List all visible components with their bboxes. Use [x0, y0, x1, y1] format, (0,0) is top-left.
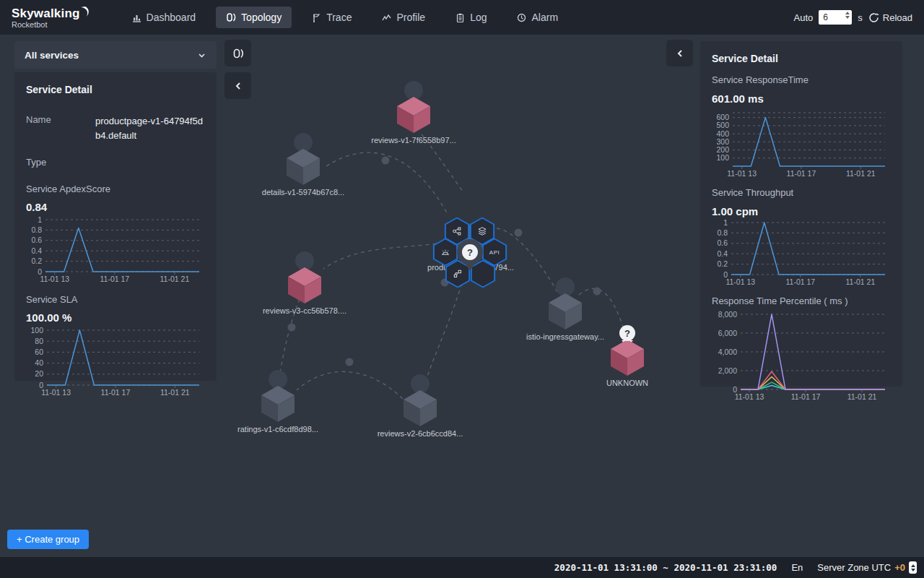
- apdex-chart: 10.80.60.40.2011-01 1311-01 1711-01 21: [26, 216, 205, 284]
- node-label: reviews-v2-6cb6ccd84...: [378, 429, 463, 438]
- svg-text:80: 80: [35, 337, 43, 345]
- brand-logo[interactable]: Skywalking Rocketbot: [12, 7, 90, 29]
- auto-interval-input[interactable]: 6: [819, 10, 852, 25]
- apdex-chart-title: Service ApdexScore: [26, 184, 205, 194]
- svg-text:40: 40: [35, 358, 43, 367]
- profile-icon: [382, 13, 391, 22]
- trace-icon: [312, 13, 321, 22]
- node-label: details-v1-5974b67c8...: [262, 188, 344, 197]
- svg-text:11-01 17: 11-01 17: [101, 388, 131, 397]
- error-service-cube-icon: ?: [608, 324, 647, 377]
- language-toggle[interactable]: En: [791, 562, 803, 573]
- svg-text:11-01 17: 11-01 17: [100, 275, 130, 283]
- auto-interval-stepper[interactable]: [845, 12, 850, 19]
- time-range[interactable]: 2020-11-01 13:31:00 ~ 2020-11-01 23:31:0…: [554, 562, 777, 573]
- topology-node-reviews-v1[interactable]: reviews-v1-7f6558b97...: [356, 81, 471, 144]
- node-label: UNKNOWN: [606, 379, 648, 387]
- svg-text:2,000: 2,000: [718, 366, 737, 375]
- navbar: Skywalking Rocketbot Dashboard Topology: [0, 0, 924, 35]
- svg-text:1: 1: [38, 216, 42, 224]
- svg-text:?: ?: [624, 328, 630, 339]
- log-icon: [456, 13, 465, 22]
- svg-text:11-01 21: 11-01 21: [846, 169, 876, 178]
- nav-item-alarm[interactable]: Alarm: [507, 7, 568, 28]
- services-dropdown[interactable]: All services: [14, 41, 217, 69]
- error-service-cube-icon: [285, 251, 324, 305]
- service-detail-panel-left: Service Detail Name productpage-v1-64794…: [14, 72, 217, 381]
- svg-text:11-01 21: 11-01 21: [847, 392, 877, 401]
- svg-text:0.2: 0.2: [717, 259, 728, 268]
- nav-item-label: Topology: [241, 12, 282, 23]
- topology-node-unknown[interactable]: ?UNKNOWN: [570, 324, 685, 387]
- topology-node-details-v1[interactable]: details-v1-5974b67c8...: [245, 133, 361, 197]
- node-label: reviews-v1-7f6558b97...: [371, 136, 456, 144]
- create-group-button[interactable]: + Create group: [7, 530, 89, 549]
- svg-text:200: 200: [716, 145, 729, 154]
- svg-text:8,000: 8,000: [718, 311, 737, 319]
- topology-node-reviews-v3[interactable]: reviews-v3-cc56b578....: [247, 251, 362, 315]
- nav-right-controls: Auto 6 s Reload: [794, 10, 912, 25]
- brand-swoosh-icon: [80, 7, 90, 18]
- endpoint-icon: [453, 227, 462, 236]
- server-zone-stepper[interactable]: [909, 561, 917, 574]
- svg-text:11-01 13: 11-01 13: [727, 169, 757, 178]
- topology-icon: [232, 48, 244, 59]
- nav-item-topology[interactable]: Topology: [216, 7, 292, 28]
- service-detail-panel-right: Service Detail Service ResponseTime 601.…: [700, 41, 902, 387]
- svg-text:0.8: 0.8: [717, 228, 728, 237]
- svg-text:11-01 21: 11-01 21: [160, 388, 190, 397]
- topology-node-ratings-v1[interactable]: ratings-v1-c6cdf8d98...: [220, 370, 336, 434]
- svg-text:600: 600: [716, 113, 729, 121]
- svg-text:300: 300: [716, 137, 729, 146]
- apdex-value: 0.84: [26, 201, 205, 213]
- collapse-left-panel-button[interactable]: [225, 72, 251, 99]
- service-cube-icon: [284, 133, 323, 186]
- svg-text:11-01 13: 11-01 13: [40, 275, 69, 283]
- alarm-icon: [517, 13, 526, 22]
- sla-value: 100.00 %: [26, 311, 205, 324]
- throughput-chart: 10.80.60.40.2011-01 1311-01 1711-01 21: [712, 219, 891, 287]
- node-radial-menu: API ?: [433, 217, 508, 290]
- svg-text:0.6: 0.6: [31, 236, 42, 244]
- svg-text:11-01 13: 11-01 13: [725, 277, 755, 286]
- auto-unit: s: [858, 12, 863, 23]
- nav-item-label: Alarm: [531, 12, 558, 23]
- main-nav: Dashboard Topology Trace Profile: [122, 7, 568, 28]
- response-time-chart-title: Service ResponseTime: [712, 74, 891, 85]
- svg-text:100: 100: [716, 153, 729, 162]
- throughput-value: 1.00 cpm: [712, 205, 891, 217]
- server-zone-label: Server Zone UTC: [817, 562, 891, 573]
- node-label: ratings-v1-c6cdf8d98...: [237, 425, 318, 434]
- nav-item-log[interactable]: Log: [445, 7, 497, 28]
- service-cube-icon: [258, 370, 297, 423]
- svg-text:1: 1: [723, 219, 728, 227]
- brand-title: Skywalking: [12, 7, 80, 21]
- auto-label: Auto: [794, 12, 814, 23]
- topology-icon: [226, 12, 236, 22]
- reload-button[interactable]: Reload: [868, 12, 912, 23]
- chevron-left-icon: [234, 82, 243, 90]
- sla-chart: 10080604020011-01 1311-01 1711-01 21: [26, 327, 205, 397]
- svg-text:11-01 21: 11-01 21: [160, 275, 190, 283]
- panel-title: Service Detail: [26, 84, 205, 95]
- topology-mode-button[interactable]: [225, 40, 251, 66]
- svg-text:0.4: 0.4: [31, 246, 42, 255]
- svg-text:60: 60: [35, 348, 43, 356]
- question-mark-icon[interactable]: ?: [462, 244, 478, 260]
- svg-text:11-01 17: 11-01 17: [787, 169, 816, 178]
- panel-title: Service Detail: [712, 53, 891, 64]
- topology-node-reviews-v2[interactable]: reviews-v2-6cb6ccd84...: [362, 374, 478, 438]
- svg-text:400: 400: [716, 129, 729, 138]
- nav-item-label: Profile: [396, 12, 425, 23]
- service-cube-icon: [546, 277, 585, 331]
- brand-subtitle: Rocketbot: [12, 20, 90, 29]
- nav-item-profile[interactable]: Profile: [372, 7, 435, 28]
- percentile-chart: 8,0006,0004,0002,000011-01 1311-01 1711-…: [712, 311, 891, 402]
- collapse-right-panel-button[interactable]: [666, 40, 693, 66]
- svg-text:11-01 13: 11-01 13: [735, 392, 764, 401]
- nav-item-dashboard[interactable]: Dashboard: [122, 7, 206, 28]
- instance-layers-icon: [478, 227, 487, 236]
- reload-icon: [868, 12, 879, 23]
- nav-item-trace[interactable]: Trace: [302, 7, 362, 28]
- api-icon: API: [489, 249, 500, 256]
